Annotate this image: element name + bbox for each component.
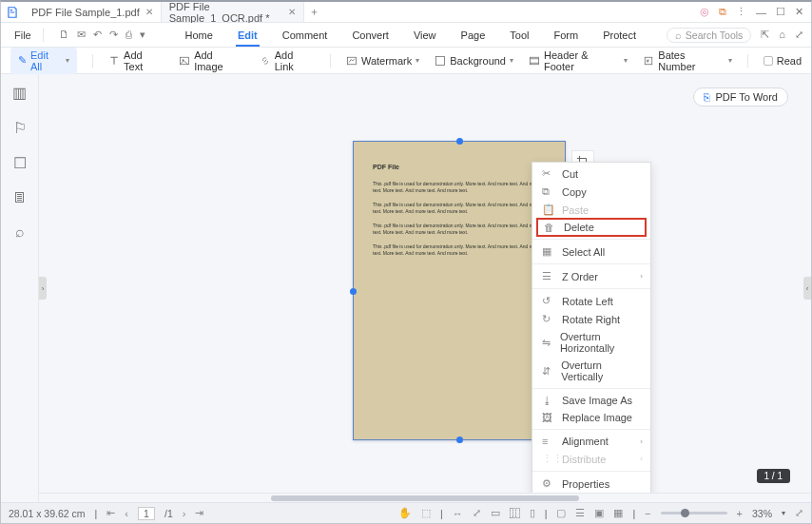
email-icon[interactable]: ✉ [77, 29, 86, 41]
menu-rotate-right[interactable]: ↻Rotate Right [532, 310, 650, 328]
page-dimensions: 28.01 x 39.62 cm [9, 508, 86, 519]
menu-label: Properties [562, 478, 609, 490]
fullscreen-icon[interactable]: ⤢ [795, 507, 803, 519]
tab-tool[interactable]: Tool [508, 29, 531, 41]
expand-right-handle[interactable]: ‹ [803, 277, 811, 300]
tab-comment[interactable]: Comment [280, 29, 330, 41]
print-icon[interactable]: ⎙ [126, 29, 132, 41]
menu-overturn-vertical[interactable]: ⇵Overturn Vertically [532, 357, 650, 385]
close-tab-icon[interactable]: ✕ [145, 7, 153, 17]
thumbnails-icon[interactable]: ▥ [12, 84, 27, 102]
document-tab[interactable]: PDF File Sample_1.pdf ✕ [24, 2, 162, 22]
search-placeholder: Search Tools [686, 29, 744, 41]
menu-label: Copy [562, 186, 587, 198]
menu-alignment[interactable]: ≡Alignment› [532, 433, 650, 450]
view-mode-icon[interactable]: ⿲ [510, 508, 520, 519]
add-image-button[interactable]: Add Image [179, 49, 244, 72]
tab-protect[interactable]: Protect [601, 29, 638, 41]
context-menu: ✂Cut ⧉Copy 📋Paste 🗑Delete ▦Select All ☰Z… [532, 162, 651, 495]
next-page-icon[interactable]: › [183, 508, 186, 519]
resize-handle-left[interactable] [350, 288, 357, 295]
cloud-icon[interactable]: ⌂ [779, 29, 785, 41]
pdf-to-word-button[interactable]: ⎘ PDF To Word [693, 87, 788, 107]
page-title: PDF File [373, 163, 546, 173]
link-icon [260, 55, 271, 67]
undo-icon[interactable]: ↶ [93, 29, 102, 41]
menu-delete[interactable]: 🗑Delete [536, 218, 647, 237]
search-panel-icon[interactable]: ⌕ [15, 223, 25, 241]
menu-select-all[interactable]: ▦Select All [532, 243, 650, 261]
close-tab-icon[interactable]: ✕ [288, 7, 296, 17]
file-menu[interactable]: File [9, 29, 37, 41]
hand-tool-icon[interactable]: ✋ [398, 507, 412, 519]
header-footer-button[interactable]: Header & Footer ▾ [529, 49, 628, 72]
menu-rotate-left[interactable]: ↺Rotate Left [532, 292, 650, 310]
add-link-button[interactable]: Add Link [260, 49, 315, 72]
select-tool-icon[interactable]: ⬚ [421, 507, 431, 519]
bates-number-button[interactable]: # Bates Number ▾ [643, 49, 731, 72]
external-icon[interactable]: ⧉ [719, 6, 726, 18]
bookmark-icon[interactable]: ⚐ [13, 119, 27, 137]
menu-label: Distribute [562, 454, 606, 465]
tab-form[interactable]: Form [551, 29, 580, 41]
close-window-button[interactable]: ✕ [795, 6, 803, 18]
edit-all-button[interactable]: ✎ Edit All ▾ [10, 48, 77, 74]
zoom-in-icon[interactable]: + [737, 508, 743, 519]
comment-panel-icon[interactable]: ☐ [13, 154, 27, 172]
view-mode-icon[interactable]: ▭ [491, 507, 500, 519]
tab-view[interactable]: View [412, 29, 438, 41]
gift-icon[interactable]: ◎ [700, 6, 709, 18]
last-page-icon[interactable]: ⇥ [195, 507, 203, 519]
menu-z-order[interactable]: ☰Z Order› [532, 267, 650, 285]
two-page-icon[interactable]: ▣ [594, 507, 604, 519]
fit-page-icon[interactable]: ⤢ [473, 507, 481, 519]
align-icon: ≡ [542, 436, 553, 447]
page-input[interactable]: 1 [138, 507, 155, 520]
resize-handle-top[interactable] [456, 138, 463, 145]
two-continuous-icon[interactable]: ▦ [613, 507, 623, 519]
menu-overturn-horizontal[interactable]: ⇋Overturn Horizontally [532, 328, 650, 357]
background-label: Background [450, 55, 506, 67]
scrollbar-thumb[interactable] [271, 495, 580, 501]
continuous-icon[interactable]: ☰ [575, 507, 585, 519]
more-icon[interactable]: ⋮ [736, 6, 746, 18]
tab-edit[interactable]: Edit [236, 29, 260, 47]
expand-icon[interactable]: ⤢ [795, 29, 803, 41]
fit-width-icon[interactable]: ↔ [453, 508, 463, 519]
prev-page-icon[interactable]: ‹ [125, 508, 128, 519]
menu-save-image-as[interactable]: ⭳Save Image As [532, 392, 650, 409]
maximize-button[interactable]: ☐ [776, 6, 785, 18]
horizontal-scrollbar[interactable] [39, 493, 811, 502]
view-mode-icon[interactable]: ▯ [530, 507, 535, 519]
search-tools[interactable]: ⌕ Search Tools [667, 28, 752, 43]
qat-dropdown[interactable]: ▾ [140, 29, 145, 41]
watermark-button[interactable]: Watermark ▾ [346, 55, 419, 67]
menu-replace-image[interactable]: 🖼Replace Image [532, 409, 650, 426]
zoom-dropdown[interactable]: ▾ [782, 509, 785, 517]
svg-rect-3 [436, 56, 445, 65]
background-button[interactable]: Background ▾ [435, 55, 513, 67]
zoom-slider[interactable] [661, 512, 727, 514]
menu-copy[interactable]: ⧉Copy [532, 183, 650, 201]
paste-icon: 📋 [542, 204, 553, 216]
minimize-button[interactable]: — [756, 7, 766, 18]
tab-convert[interactable]: Convert [350, 29, 391, 41]
zoom-out-icon[interactable]: − [645, 508, 650, 519]
first-page-icon[interactable]: ⇤ [106, 507, 115, 519]
menu-properties[interactable]: ⚙Properties [532, 475, 650, 493]
redo-icon[interactable]: ↷ [109, 29, 118, 41]
attachment-icon[interactable]: 🗏 [12, 189, 28, 206]
tab-page[interactable]: Page [459, 29, 488, 41]
menu-cut[interactable]: ✂Cut [532, 165, 650, 183]
bates-number-label: Bates Number [658, 49, 724, 72]
single-page-icon[interactable]: ▢ [556, 507, 566, 519]
expand-left-handle[interactable]: › [39, 277, 47, 300]
tab-home[interactable]: Home [184, 29, 215, 41]
new-tab-button[interactable]: ＋ [304, 2, 325, 22]
save-icon[interactable]: 🗋 [59, 29, 69, 41]
resize-handle-bottom[interactable] [456, 437, 463, 443]
read-toggle[interactable]: Read [764, 55, 802, 67]
document-tab-active[interactable]: PDF File Sample_1_OCR.pdf * ✕ [162, 2, 304, 22]
share-icon[interactable]: ⇱ [761, 29, 769, 41]
add-text-button[interactable]: Add Text [108, 49, 164, 72]
